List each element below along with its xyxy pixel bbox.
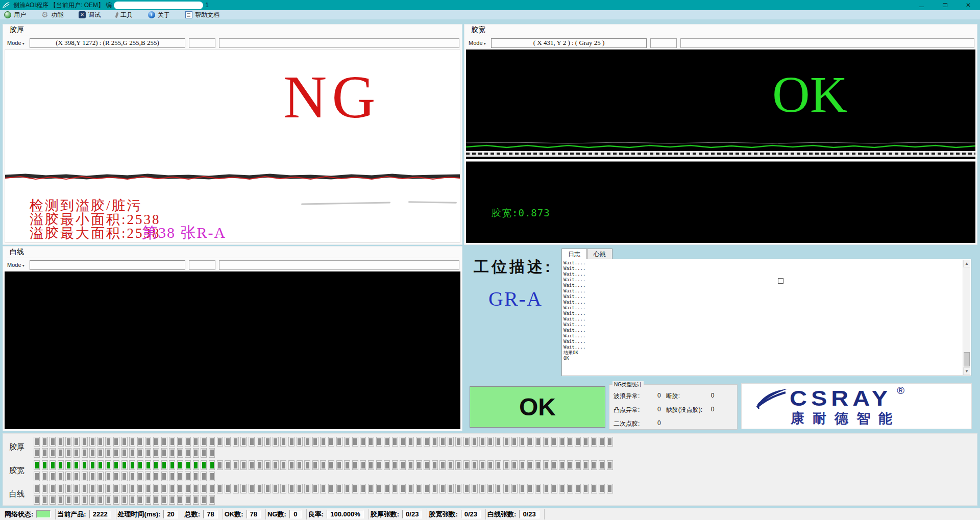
menu-item-tools[interactable]: 工具: [116, 11, 133, 19]
indicator-cell: [161, 484, 167, 493]
indicator-cell: [34, 495, 40, 505]
indicator-cell: [463, 460, 470, 470]
checkbox[interactable]: [778, 278, 783, 284]
tab-log[interactable]: 日志: [561, 249, 587, 259]
indicator-cell: [575, 460, 581, 470]
menu-item-help[interactable]: 帮助文档: [185, 11, 219, 19]
indicator-cell: [58, 460, 64, 470]
inspection-image-glue-thickness[interactable]: NG 检测到溢胶/脏污 溢胶最小面积:2538 溢胶最大面积:2538 第38 …: [5, 49, 460, 243]
status-item: NG数:0: [266, 509, 307, 519]
indicator-cell: [153, 460, 159, 470]
indicator-cell: [424, 437, 430, 447]
log-line: Wait....: [564, 344, 961, 350]
inspection-image-glue-width[interactable]: OK 胶宽:0.873: [466, 49, 975, 243]
indicator-cell: [288, 484, 295, 493]
indicator-rows: [34, 484, 613, 505]
menu-item-user[interactable]: 用户: [4, 11, 26, 19]
brand-subtitle: 康耐德智能: [791, 409, 971, 428]
indicator-cell: [503, 484, 509, 493]
ng-stat-label: 波浪异常:: [614, 392, 649, 401]
indicator-cell: [543, 460, 549, 470]
toolbar: Mode ( X 431, Y 2 ) : ( Gray 25 ): [469, 38, 974, 48]
indicator-cell: [233, 460, 239, 470]
mode-dropdown[interactable]: Mode: [7, 40, 30, 46]
indicator-cell: [82, 484, 88, 493]
indicator-cell: [439, 460, 446, 470]
indicator-cell: [42, 437, 48, 447]
indicator-cell: [344, 460, 350, 470]
indicator-cell: [97, 448, 104, 458]
indicator-rows: [34, 437, 613, 458]
indicator-cell: [567, 484, 573, 493]
indicator-cell: [34, 472, 40, 481]
indicator-cell: [535, 437, 541, 447]
indicator-cell: [209, 484, 215, 493]
toolbar-field-small: [650, 38, 677, 48]
indicator-cell: [543, 437, 549, 447]
menu-item-about[interactable]: 关于: [148, 11, 170, 19]
pixel-coordinate-readout: (X 398,Y 1272) : (R 255,G 255,B 255): [30, 38, 185, 48]
indicator-cell: [169, 460, 175, 470]
indicator-cell: [121, 448, 128, 458]
scroll-up-icon[interactable]: ▲: [963, 260, 970, 267]
indicator-cell: [177, 495, 183, 505]
indicator-cell: [360, 460, 366, 470]
indicator-cell: [320, 460, 326, 470]
indicator-cell: [424, 460, 430, 470]
indicator-cell: [161, 448, 167, 458]
indicator-cell: [113, 472, 119, 481]
indicator-cell: [58, 437, 64, 447]
maximize-button[interactable]: [933, 0, 957, 10]
indicator-cell: [137, 437, 143, 447]
indicator-cell: [177, 437, 183, 447]
indicator-cell: [304, 460, 310, 470]
ng-stat-value: 0: [657, 406, 661, 414]
frame-indicator-area: 胶厚胶宽白线: [3, 433, 977, 506]
indicator-cell: [479, 437, 485, 447]
indicator-cell: [217, 437, 223, 447]
log-body[interactable]: Wait....Wait....Wait....Wait....Wait....…: [561, 259, 971, 376]
indicator-cell: [209, 460, 215, 470]
menu-item-debug[interactable]: 调试: [79, 11, 101, 19]
panel-glue-width: 胶宽 Mode ( X 431, Y 2 ) : ( Gray 25 ) OK …: [464, 24, 977, 245]
indicator-cell: [583, 437, 589, 447]
indicator-cell: [455, 437, 461, 447]
menu-item-function[interactable]: 功能: [41, 11, 63, 19]
status-label: 处理时间(ms):: [118, 510, 161, 519]
indicator-cell: [264, 484, 271, 493]
indicator-cell: [74, 437, 80, 447]
indicator-cell: [273, 484, 279, 493]
mode-dropdown[interactable]: Mode: [469, 40, 491, 46]
indicator-cell: [455, 484, 461, 493]
indicator-cell: [273, 460, 279, 470]
indicator-cell: [392, 484, 398, 493]
title-bar: 侧涂AOI程序 【当前用户: OEM】 编 1 ✕: [0, 0, 980, 10]
minimize-button[interactable]: [910, 0, 933, 10]
indicator-rows: [34, 460, 613, 481]
indicator-cell: [591, 484, 597, 493]
log-line: Wait....: [564, 316, 961, 322]
inspection-image-white-line[interactable]: [5, 271, 460, 429]
mode-dropdown[interactable]: Mode: [7, 262, 30, 268]
indicator-cell: [50, 448, 56, 458]
status-item: 网络状态:: [3, 509, 56, 519]
log-scrollbar[interactable]: ▲ ▼: [963, 260, 970, 375]
status-item: 白线张数:0/23: [486, 509, 545, 519]
log-line: Wait....: [564, 283, 961, 288]
indicator-cell: [34, 460, 40, 470]
close-button[interactable]: ✕: [957, 0, 980, 10]
indicator-cell: [495, 484, 501, 493]
indicator-cell: [472, 484, 478, 493]
scroll-down-icon[interactable]: ▼: [963, 367, 970, 375]
scrollbar-thumb[interactable]: [964, 352, 970, 366]
status-label: 网络状态:: [5, 510, 33, 519]
indicator-cell: [503, 460, 509, 470]
indicator-cell: [74, 448, 80, 458]
overall-result-button[interactable]: OK: [470, 386, 605, 428]
indicator-cell: [352, 460, 358, 470]
tab-heartbeat[interactable]: 心跳: [587, 249, 612, 259]
indicator-cell: [225, 460, 231, 470]
indicator-cell: [177, 472, 183, 481]
indicator-cell: [113, 495, 119, 505]
status-value: 2222: [89, 510, 111, 518]
